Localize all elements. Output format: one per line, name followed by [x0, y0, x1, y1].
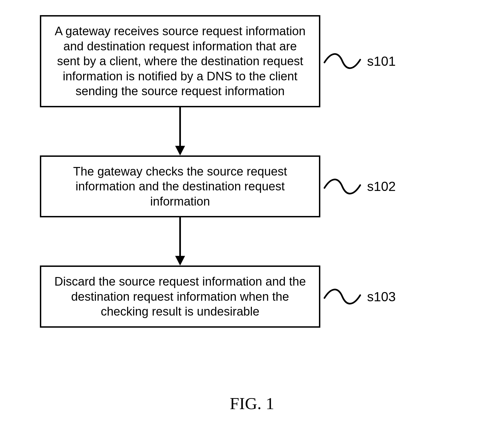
connector-3: s103 — [323, 286, 396, 308]
arrow-down-icon — [172, 217, 188, 265]
wavy-connector-icon — [323, 176, 362, 198]
step-text: The gateway checks the source request in… — [73, 165, 287, 208]
step-row-2: The gateway checks the source request in… — [40, 155, 452, 218]
connector-2: s102 — [323, 176, 396, 198]
step-label: s101 — [367, 54, 396, 69]
step-label: s102 — [367, 179, 396, 194]
svg-marker-1 — [175, 146, 185, 155]
step-box-1: A gateway receives source request inform… — [40, 15, 320, 107]
svg-marker-3 — [175, 256, 185, 265]
wavy-connector-icon — [323, 286, 362, 308]
step-row-3: Discard the source request information a… — [40, 265, 452, 328]
figure-caption: FIG. 1 — [0, 394, 504, 413]
arrow-1 — [40, 107, 320, 155]
connector-1: s101 — [323, 50, 396, 72]
step-box-3: Discard the source request information a… — [40, 265, 320, 328]
flowchart-container: A gateway receives source request inform… — [40, 15, 452, 328]
arrow-down-icon — [172, 107, 188, 155]
step-label: s103 — [367, 289, 396, 304]
step-box-2: The gateway checks the source request in… — [40, 155, 320, 218]
arrow-2 — [40, 217, 320, 265]
step-row-1: A gateway receives source request inform… — [40, 15, 452, 107]
wavy-connector-icon — [323, 50, 362, 72]
step-text: Discard the source request information a… — [54, 275, 306, 318]
step-text: A gateway receives source request inform… — [55, 24, 305, 98]
